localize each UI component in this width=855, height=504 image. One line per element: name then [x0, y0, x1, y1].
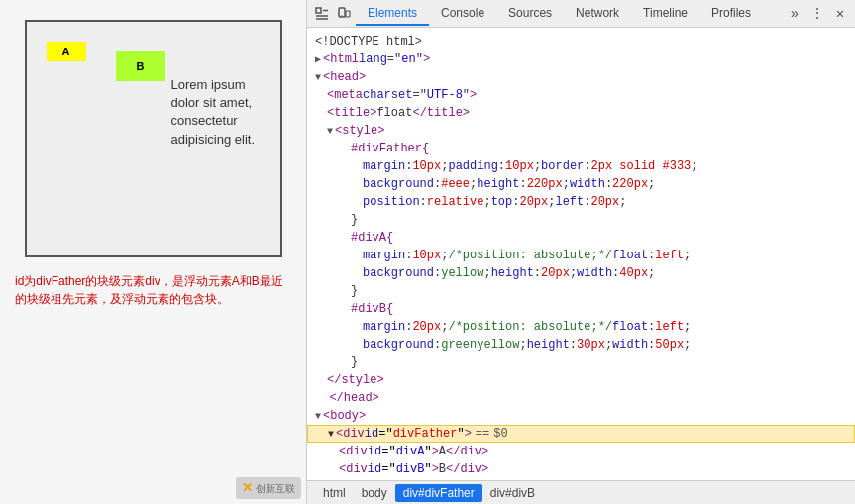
breadcrumb-body[interactable]: body — [354, 484, 395, 502]
tab-elements[interactable]: Elements — [356, 2, 429, 26]
lorem-text: Lorem ipsum dolor sit amet, consectetur … — [171, 76, 270, 149]
code-line: <!DOCTYPE html> — [307, 33, 855, 50]
div-a: A — [47, 42, 86, 61]
more-tabs-icon[interactable]: » — [785, 4, 804, 24]
code-line: ▼ <style> — [307, 122, 855, 140]
devtools-tabs: Elements Console Sources Network Timelin… — [356, 2, 783, 26]
code-line: margin:10px; padding: 10px; border: 2px … — [307, 157, 855, 175]
devtools-toolbar: Elements Console Sources Network Timelin… — [307, 0, 855, 28]
tab-sources[interactable]: Sources — [496, 2, 564, 26]
devtools-breadcrumb: html body div#divFather div#divB — [307, 480, 855, 504]
breadcrumb-divfather[interactable]: div#divFather — [395, 484, 482, 502]
svg-point-6 — [341, 15, 343, 17]
code-line: #divA{ — [307, 229, 855, 247]
svg-rect-5 — [346, 11, 350, 17]
tab-console[interactable]: Console — [429, 2, 496, 26]
code-line: margin: 20px; /*position: absolute;*/ fl… — [307, 318, 855, 336]
tab-timeline[interactable]: Timeline — [631, 2, 699, 26]
code-line: } — [307, 282, 855, 300]
inspect-icon[interactable] — [312, 4, 332, 24]
code-line: ▼ <head> — [307, 68, 855, 86]
watermark: ✕ 创新互联 — [236, 477, 301, 499]
code-line: } — [307, 211, 855, 229]
code-line: <title>float</title> — [307, 104, 855, 122]
code-line: margin: 10px; /*position: absolute;*/ fl… — [307, 247, 855, 264]
toolbar-more: » ⋮ ✕ — [785, 4, 850, 24]
code-line: ▶ <html lang="en" > — [307, 50, 855, 68]
code-line: ▼ <body> — [307, 407, 855, 425]
svg-rect-0 — [316, 8, 321, 13]
code-line: background: greenyellow; height: 30px; w… — [307, 336, 855, 353]
description-text: id为divFather的块级元素div，是浮动元素A和B最近的块级祖先元素，及… — [10, 272, 296, 308]
code-line: } — [307, 353, 855, 371]
close-devtools-icon[interactable]: ✕ — [830, 4, 850, 24]
code-line: </head> — [307, 389, 855, 407]
selected-element-line[interactable]: ▼ <div id="divFather" > == $0 — [307, 425, 855, 443]
div-b: B — [116, 51, 165, 81]
device-icon[interactable] — [334, 4, 354, 24]
demo-box: A B Lorem ipsum dolor sit amet, consecte… — [25, 20, 282, 257]
devtools-panel: Elements Console Sources Network Timelin… — [307, 0, 855, 504]
code-line: <div id="divA" >A</div> — [307, 443, 855, 460]
code-line: #divFather{ — [307, 140, 855, 157]
code-line: </style> — [307, 371, 855, 389]
breadcrumb-divb[interactable]: div#divB — [482, 484, 543, 502]
settings-icon[interactable]: ⋮ — [807, 4, 827, 24]
code-area[interactable]: <!DOCTYPE html> ▶ <html lang="en" > ▼ <h… — [307, 28, 855, 480]
code-line: background: #eee; height: 220px; width: … — [307, 175, 855, 193]
tab-profiles[interactable]: Profiles — [699, 2, 763, 26]
code-line: <div id="divB" >B</div> — [307, 460, 855, 478]
code-line: #divB{ — [307, 300, 855, 318]
demo-panel: A B Lorem ipsum dolor sit amet, consecte… — [0, 0, 307, 504]
code-line: background: yellow; height: 20px; width:… — [307, 264, 855, 282]
tab-network[interactable]: Network — [564, 2, 631, 26]
code-line: <meta charset="UTF-8" > — [307, 86, 855, 104]
code-line: position: relative; top: 20px; left: 20p… — [307, 193, 855, 211]
breadcrumb-html[interactable]: html — [315, 484, 354, 502]
